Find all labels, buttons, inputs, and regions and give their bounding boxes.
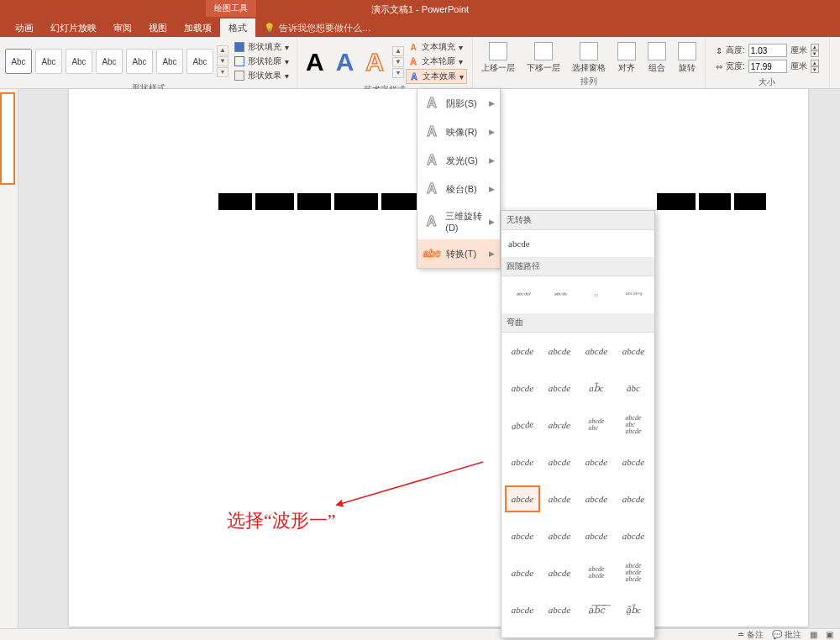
warp-r9c3[interactable]: abcde [579, 633, 614, 638]
text-fill-button[interactable]: A文本填充 ▾ [406, 40, 467, 54]
height-input[interactable] [748, 44, 787, 57]
warp-r5c3[interactable]: abcde [579, 485, 614, 512]
shape-selection-right[interactable] [657, 193, 766, 210]
warp-r4c4[interactable]: abcde [616, 449, 651, 475]
notes-button[interactable]: ≐ 备注 [738, 629, 764, 641]
transform-path-2[interactable]: ᵃᵇᶜᵈᵉ [542, 281, 577, 308]
text-shape-part[interactable] [699, 193, 731, 210]
text-shape-part[interactable] [657, 193, 696, 210]
warp-r6c1[interactable]: abcde [505, 522, 540, 549]
shape-style-1[interactable]: Abc [5, 49, 32, 74]
warp-r8c4[interactable]: ã̰b̃c [616, 596, 651, 623]
width-up[interactable]: ▲ [811, 60, 819, 66]
transform-option-none[interactable]: abcde [501, 230, 654, 257]
warp-r9c1[interactable]: abcde [505, 633, 540, 638]
warp-r3c1[interactable]: abcde [503, 410, 541, 440]
transform-path-1[interactable]: ᵃᵇᶜᵈᵉᶠ [505, 281, 540, 308]
warp-wave1[interactable]: abcde [505, 485, 540, 512]
fx-bevel[interactable]: A棱台(B)▶ [417, 175, 500, 203]
align-button[interactable]: 对齐 [614, 40, 639, 76]
shape-style-4[interactable]: Abc [96, 49, 123, 74]
warp-r6c3[interactable]: abcde [579, 522, 614, 549]
slide-thumbnails-panel[interactable] [0, 89, 18, 628]
warp-r2c4[interactable]: ãbc [616, 375, 651, 401]
wordart-more[interactable]: ▲▼▾ [392, 46, 404, 78]
warp-r8c3[interactable]: a͠b͠c͠ [579, 596, 614, 623]
shape-outline-button[interactable]: 形状轮廓 ▾ [232, 55, 291, 68]
transform-path-4[interactable]: ᵃᵇᶜᵈᵉᶠᵍ [616, 281, 651, 308]
height-down[interactable]: ▼ [811, 50, 819, 57]
warp-r8c1[interactable]: abcde [505, 596, 540, 623]
wordart-style-3[interactable]: A [362, 48, 387, 76]
warp-r7c3[interactable]: abcdeabcde [579, 559, 614, 586]
comments-button[interactable]: 💬 批注 [772, 629, 801, 641]
warp-r7c1[interactable]: abcde [505, 559, 540, 586]
width-down[interactable]: ▼ [811, 66, 819, 73]
warp-r2c3[interactable]: ab̃c [579, 375, 614, 401]
warp-r4c1[interactable]: abcde [505, 449, 540, 475]
warp-r3c4[interactable]: abcdeabcabcde [616, 412, 651, 438]
warp-r3c2[interactable]: abcde [540, 412, 579, 438]
transform-path-3[interactable]: ○ [579, 281, 614, 308]
warp-r3c3[interactable]: abcdeabc [579, 412, 614, 438]
warp-r4c3[interactable]: abcde [579, 449, 614, 475]
warp-r8c2[interactable]: abcde [542, 596, 577, 623]
text-outline-button[interactable]: A文本轮廓 ▾ [406, 55, 467, 68]
tab-slideshow[interactable]: 幻灯片放映 [42, 18, 105, 38]
warp-r7c4[interactable]: abcdeabcdeabcde [616, 559, 651, 586]
shape-style-2[interactable]: Abc [35, 49, 62, 74]
height-control[interactable]: ⇕ 高度: 厘米 ▲▼ [716, 44, 819, 57]
tell-me-search[interactable]: 💡 告诉我您想要做什么… [264, 22, 371, 34]
fx-transform[interactable]: abc转换(T)▶ [417, 239, 500, 268]
wordart-style-1[interactable]: A [302, 48, 328, 76]
warp-r5c4[interactable]: abcde [616, 485, 651, 512]
width-input[interactable] [748, 60, 787, 73]
warp-r7c2[interactable]: abcde [542, 559, 577, 586]
shape-style-3[interactable]: Abc [66, 49, 92, 74]
warp-r9c4[interactable]: abcde [616, 633, 651, 638]
fx-glow[interactable]: A发光(G)▶ [417, 146, 500, 175]
text-shape-part[interactable] [334, 193, 378, 210]
wordart-style-2[interactable]: A [333, 48, 358, 76]
height-up[interactable]: ▲ [811, 44, 819, 50]
shape-style-more[interactable]: ▲▼▾ [217, 45, 228, 77]
warp-r1c1[interactable]: abcde [505, 338, 540, 365]
shape-style-7[interactable]: Abc [186, 49, 213, 74]
view-normal-icon[interactable]: ▦ [810, 630, 817, 639]
text-shape-part[interactable] [297, 193, 331, 210]
fx-shadow[interactable]: A阴影(S)▶ [417, 89, 500, 118]
wordart-gallery[interactable]: A A A ▲▼▾ [302, 46, 404, 78]
text-shape-part[interactable] [218, 193, 252, 210]
fx-3drotation[interactable]: A三维旋转(D)▶ [417, 203, 500, 239]
shape-style-gallery[interactable]: Abc Abc Abc Abc Abc Abc Abc ▲▼▾ [5, 45, 228, 77]
slide-thumbnail-1[interactable] [0, 92, 15, 185]
tab-format[interactable]: 格式 [220, 18, 255, 38]
tab-addins[interactable]: 加载项 [176, 18, 220, 38]
text-effects-button[interactable]: A文本效果 ▾ [406, 69, 467, 84]
fx-reflection[interactable]: A映像(R)▶ [417, 118, 500, 146]
warp-r6c4[interactable]: abcde [616, 522, 651, 549]
warp-r1c4[interactable]: abcde [616, 338, 651, 365]
warp-r1c2[interactable]: abcde [542, 338, 577, 365]
shape-effects-button[interactable]: 形状效果 ▾ [232, 69, 291, 82]
tab-review[interactable]: 审阅 [105, 18, 140, 38]
warp-r1c3[interactable]: abcde [579, 338, 614, 365]
shape-fill-button[interactable]: 形状填充 ▾ [232, 40, 291, 54]
warp-r5c2[interactable]: abcde [542, 485, 577, 512]
rotate-button[interactable]: 旋转 [675, 40, 700, 76]
warp-r6c2[interactable]: abcde [542, 522, 577, 549]
warp-r9c2[interactable]: abcde [542, 633, 577, 638]
shape-style-5[interactable]: Abc [126, 49, 153, 74]
view-sorter-icon[interactable]: ▣ [826, 630, 833, 639]
text-shape-part[interactable] [381, 193, 417, 210]
tab-view[interactable]: 视图 [140, 18, 176, 38]
send-backward-button[interactable]: 下移一层 [523, 40, 564, 76]
shape-selection[interactable] [218, 193, 417, 210]
warp-r2c2[interactable]: abcde [542, 375, 577, 401]
bring-forward-button[interactable]: 上移一层 [478, 40, 518, 76]
warp-r2c1[interactable]: abcde [505, 375, 540, 401]
text-shape-part[interactable] [255, 193, 294, 210]
shape-style-6[interactable]: Abc [156, 49, 183, 74]
group-button[interactable]: 组合 [644, 40, 669, 76]
tab-animation[interactable]: 动画 [7, 18, 42, 38]
